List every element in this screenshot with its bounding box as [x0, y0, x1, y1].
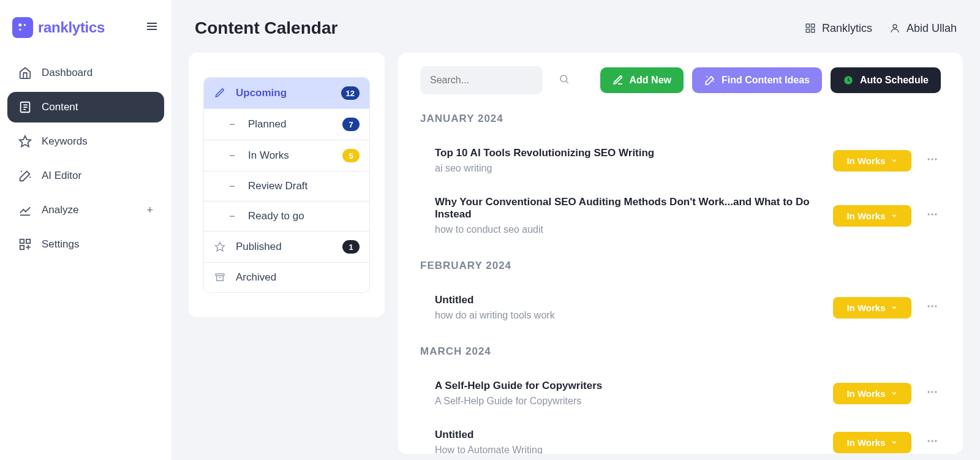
svg-marker-26 — [216, 243, 225, 251]
content-entry[interactable]: UntitledHow to Automate WritingIn Works — [420, 420, 941, 454]
status-label: In Works — [846, 211, 885, 221]
logo[interactable]: ranklytics — [12, 17, 105, 38]
filter-badge: 5 — [342, 149, 360, 162]
sidebar-item-label: Dashboard — [42, 67, 92, 79]
month-label: FEBRUARY 2024 — [420, 260, 941, 272]
building-icon — [805, 23, 816, 34]
logo-mark-icon — [12, 17, 33, 38]
filter-label: Ready to go — [248, 210, 304, 222]
user-menu[interactable]: Abid Ullah — [889, 22, 957, 35]
chevron-down-icon — [891, 211, 898, 221]
page-title: Content Calendar — [195, 18, 337, 38]
home-icon — [18, 66, 32, 80]
svg-point-44 — [928, 440, 930, 442]
sidebar-item-keywords[interactable]: Keywords — [7, 126, 164, 157]
button-label: Find Content Ideas — [722, 75, 810, 86]
status-label: In Works — [846, 303, 885, 313]
svg-rect-19 — [806, 29, 809, 32]
more-menu-icon[interactable] — [924, 151, 941, 170]
entry-subtitle: How to Automate Writing — [435, 445, 821, 454]
content-entry[interactable]: Why Your Conventional SEO Auditing Metho… — [420, 187, 941, 249]
chevron-down-icon — [891, 437, 898, 448]
svg-point-36 — [931, 213, 933, 215]
org-switcher[interactable]: Ranklytics — [805, 22, 872, 35]
sidebar-item-label: AI Editor — [42, 170, 81, 182]
svg-point-34 — [935, 158, 937, 160]
sidebar-item-settings[interactable]: Settings — [7, 229, 164, 260]
org-name: Ranklytics — [822, 22, 872, 35]
filter-row-planned[interactable]: Planned7 — [204, 108, 369, 140]
svg-rect-18 — [811, 24, 814, 27]
menu-toggle-icon[interactable] — [145, 19, 159, 36]
user-name: Abid Ullah — [907, 22, 957, 35]
dash-icon — [226, 182, 238, 190]
entry-title: A Self-Help Guide for Copywriters — [435, 380, 821, 392]
filter-row-archived[interactable]: Archived — [204, 262, 369, 292]
filter-label: Upcoming — [236, 87, 287, 99]
clock-icon — [843, 75, 854, 86]
chart-icon — [18, 203, 32, 217]
search-box[interactable] — [420, 66, 543, 94]
sidebar-nav: Dashboard Content Keywords AI Editor — [7, 58, 164, 260]
more-menu-icon[interactable] — [924, 383, 941, 403]
status-dropdown[interactable]: In Works — [833, 150, 911, 172]
sidebar-item-label: Content — [42, 101, 78, 113]
filter-row-upcoming[interactable]: Upcoming12 — [204, 78, 369, 108]
status-dropdown[interactable]: In Works — [833, 297, 911, 319]
svg-rect-17 — [806, 24, 809, 27]
svg-line-30 — [566, 81, 568, 83]
add-new-button[interactable]: Add New — [600, 67, 684, 93]
dash-icon — [226, 120, 238, 129]
search-input[interactable] — [430, 75, 552, 86]
edit-icon — [612, 75, 624, 86]
svg-point-35 — [928, 213, 930, 215]
entry-subtitle: A Self-Help Guide for Copywriters — [435, 396, 821, 407]
archive-icon — [214, 272, 226, 283]
filter-label: Archived — [236, 271, 276, 284]
svg-rect-13 — [26, 239, 30, 243]
filter-row-published[interactable]: Published1 — [204, 231, 369, 262]
sidebar-item-content[interactable]: Content — [7, 92, 164, 123]
dash-icon — [226, 212, 238, 221]
svg-rect-14 — [20, 246, 24, 249]
status-dropdown[interactable]: In Works — [833, 383, 911, 404]
staro-icon — [214, 241, 226, 252]
star-icon — [18, 135, 32, 148]
svg-point-1 — [24, 24, 26, 26]
filter-row-review-draft[interactable]: Review Draft — [204, 171, 369, 201]
more-menu-icon[interactable] — [924, 432, 941, 452]
sidebar-item-analyze[interactable]: Analyze + — [7, 195, 164, 225]
status-dropdown[interactable]: In Works — [833, 432, 911, 453]
status-dropdown[interactable]: In Works — [833, 205, 911, 227]
find-ideas-button[interactable]: Find Content Ideas — [692, 67, 822, 93]
plus-icon[interactable]: + — [146, 204, 153, 217]
logo-text: ranklytics — [38, 19, 105, 36]
sidebar-item-ai-editor[interactable]: AI Editor — [7, 160, 164, 191]
entry-subtitle: how to conduct seo audit — [435, 224, 821, 235]
filter-label: Review Draft — [248, 180, 307, 192]
svg-rect-20 — [811, 29, 814, 32]
filter-label: Published — [236, 241, 282, 253]
more-menu-icon[interactable] — [924, 298, 941, 317]
more-menu-icon[interactable] — [924, 206, 941, 225]
sidebar-item-dashboard[interactable]: Dashboard — [7, 58, 164, 88]
entry-subtitle: ai seo writing — [435, 163, 821, 174]
filter-row-in-works[interactable]: In Works5 — [204, 140, 369, 171]
content-entry[interactable]: A Self-Help Guide for CopywritersA Self-… — [420, 371, 941, 420]
chevron-down-icon — [891, 388, 898, 399]
svg-point-41 — [928, 391, 930, 393]
svg-point-37 — [935, 213, 937, 215]
svg-rect-12 — [20, 239, 24, 243]
month-label: MARCH 2024 — [420, 345, 941, 358]
chevron-down-icon — [891, 303, 898, 313]
filter-row-ready-to-go[interactable]: Ready to go — [204, 201, 369, 231]
entry-title: Why Your Conventional SEO Auditing Metho… — [435, 196, 821, 221]
user-icon — [889, 23, 900, 34]
wand-icon — [18, 169, 32, 183]
sidebar: ranklytics Dashboard Content — [0, 0, 172, 460]
auto-schedule-button[interactable]: Auto Schedule — [831, 67, 941, 93]
content-entry[interactable]: Top 10 AI Tools Revolutionizing SEO Writ… — [420, 138, 941, 187]
sidebar-item-label: Keywords — [42, 135, 88, 148]
content-entry[interactable]: Untitledhow do ai writing tools workIn W… — [420, 285, 941, 334]
svg-point-21 — [893, 25, 897, 28]
